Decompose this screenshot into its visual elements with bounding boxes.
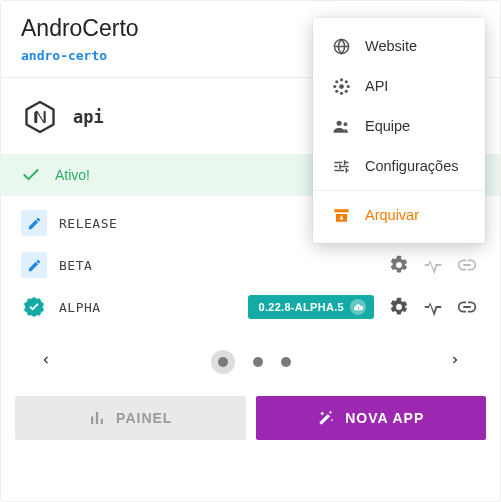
svg-point-6 (335, 80, 338, 83)
chevron-left-icon[interactable] (31, 345, 61, 375)
version-chip[interactable]: 0.22.8-ALPHA.5 (248, 295, 374, 319)
archive-icon (331, 205, 351, 225)
version-text: 0.22.8-ALPHA.5 (258, 301, 344, 313)
app-name: api (73, 107, 104, 127)
environment-actions (386, 294, 480, 320)
menu-label: Equipe (365, 118, 410, 134)
menu-label: Configurações (365, 158, 459, 174)
svg-point-4 (333, 84, 336, 87)
svg-point-9 (344, 89, 347, 92)
svg-point-2 (339, 78, 342, 81)
pager (1, 334, 500, 386)
svg-point-3 (339, 91, 342, 94)
health-icon[interactable] (420, 294, 446, 320)
environment-name: RELEASE (59, 216, 117, 231)
menu-divider (313, 190, 485, 191)
link-icon (454, 252, 480, 278)
gear-icon[interactable] (386, 252, 412, 278)
svg-point-11 (343, 122, 347, 126)
environment-row: ALPHA 0.22.8-ALPHA.5 (1, 286, 500, 328)
svg-point-10 (336, 120, 341, 125)
gear-icon[interactable] (386, 294, 412, 320)
api-icon (331, 76, 351, 96)
environment-actions (386, 252, 480, 278)
check-icon (21, 165, 41, 185)
environment-name: BETA (59, 258, 92, 273)
environment-row: BETA (1, 244, 500, 286)
link-icon[interactable] (454, 294, 480, 320)
menu-item-team[interactable]: Equipe (313, 106, 485, 146)
footer: PAINEL NOVA APP (1, 386, 500, 454)
verified-icon[interactable] (21, 294, 47, 320)
menu-label: API (365, 78, 388, 94)
page-dot[interactable] (253, 357, 263, 367)
magic-wand-icon (317, 409, 335, 427)
cloud-download-icon (350, 299, 366, 315)
pencil-icon[interactable] (21, 252, 47, 278)
environment-name: ALPHA (59, 300, 101, 315)
menu-item-archive[interactable]: Arquivar (313, 195, 485, 235)
menu-label: Website (365, 38, 417, 54)
context-menu: Website API Equipe Configurações Arquiva… (313, 18, 485, 243)
svg-point-5 (346, 84, 349, 87)
health-icon (420, 252, 446, 278)
panel-button[interactable]: PAINEL (15, 396, 246, 440)
globe-icon (331, 36, 351, 56)
svg-point-8 (335, 89, 338, 92)
new-app-button[interactable]: NOVA APP (256, 396, 487, 440)
pencil-icon[interactable] (21, 210, 47, 236)
panel-button-label: PAINEL (116, 410, 172, 426)
svg-point-7 (344, 80, 347, 83)
menu-label: Arquivar (365, 207, 419, 223)
new-app-button-label: NOVA APP (345, 410, 424, 426)
bar-chart-icon (88, 409, 106, 427)
nodejs-icon (21, 98, 59, 136)
status-label: Ativo! (55, 167, 90, 183)
tune-icon (331, 156, 351, 176)
svg-point-1 (339, 84, 344, 89)
menu-item-website[interactable]: Website (313, 26, 485, 66)
team-icon (331, 116, 351, 136)
page-dot[interactable] (281, 357, 291, 367)
chevron-right-icon[interactable] (440, 345, 470, 375)
menu-item-settings[interactable]: Configurações (313, 146, 485, 186)
page-dot[interactable] (211, 350, 235, 374)
menu-item-api[interactable]: API (313, 66, 485, 106)
